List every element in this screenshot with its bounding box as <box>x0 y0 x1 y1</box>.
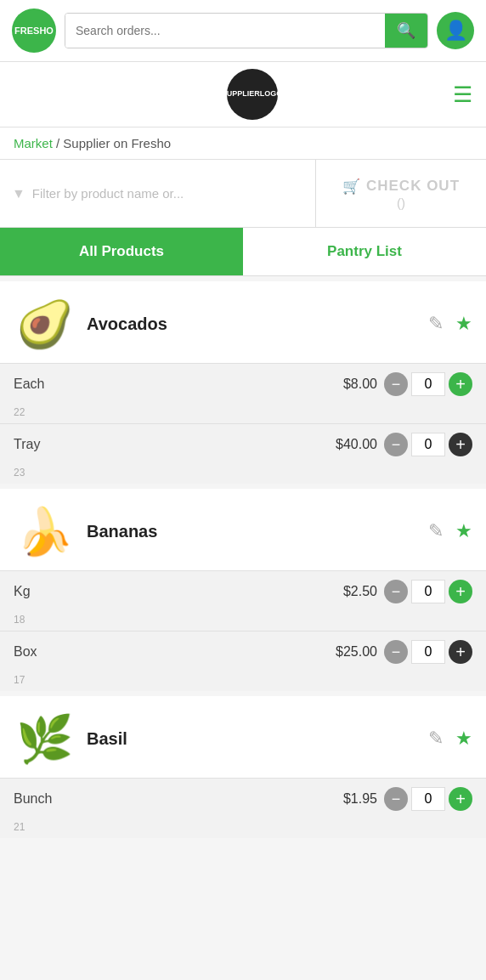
quantity-input-bananas-0[interactable] <box>411 580 445 603</box>
app-logo[interactable]: FRESHO <box>12 8 56 53</box>
decrement-button-bananas-1[interactable]: − <box>384 640 408 664</box>
breadcrumb-market-link[interactable]: Market <box>14 136 53 150</box>
product-actions-basil: ✎ ★ <box>428 728 472 750</box>
product-name-basil: Basil <box>87 729 416 749</box>
app-logo-text: FRESHO <box>14 25 54 36</box>
increment-button-avocados-1[interactable]: + <box>449 433 472 456</box>
product-bananas: 🍌 Bananas ✎ ★ Kg $2.50 − + 18 Box $25.00 <box>0 489 486 691</box>
increment-button-basil-0[interactable]: + <box>449 787 472 811</box>
star-icon-basil[interactable]: ★ <box>455 728 472 750</box>
checkout-button[interactable]: 🛒 CHECK OUT <box>342 178 460 195</box>
increment-button-bananas-0[interactable]: + <box>449 580 472 603</box>
variant-id-bananas-0: 18 <box>0 612 486 631</box>
quantity-input-bananas-1[interactable] <box>411 640 445 664</box>
product-avocados: 🥑 Avocados ✎ ★ Each $8.00 − + 22 Tray $4… <box>0 281 486 484</box>
cart-icon: 🛒 <box>342 178 361 195</box>
product-header-avocados: 🥑 Avocados ✎ ★ <box>0 281 486 363</box>
product-basil: 🌿 Basil ✎ ★ Bunch $1.95 − + 21 <box>0 696 486 838</box>
variant-label-basil-0: Bunch <box>14 791 65 807</box>
variant-price-bananas-1: $25.00 <box>336 644 377 660</box>
increment-button-bananas-1[interactable]: + <box>449 640 472 664</box>
hamburger-menu[interactable]: ☰ <box>453 83 472 105</box>
supplier-logo: SUPPLIER LOGO <box>227 69 278 120</box>
checkout-count: () <box>397 195 405 210</box>
tab-all-products[interactable]: All Products <box>0 228 243 275</box>
product-name-avocados: Avocados <box>87 314 416 334</box>
quantity-input-avocados-1[interactable] <box>411 433 445 456</box>
variant-id-avocados-0: 22 <box>0 405 486 423</box>
supplier-logo-line2: LOGO <box>260 89 283 99</box>
hamburger-icon: ☰ <box>453 82 472 107</box>
product-emoji-avocados: 🥑 <box>16 297 73 351</box>
quantity-input-avocados-0[interactable] <box>411 372 445 396</box>
search-icon: 🔍 <box>397 22 415 39</box>
product-emoji-bananas: 🍌 <box>16 505 73 558</box>
products-container: 🥑 Avocados ✎ ★ Each $8.00 − + 22 Tray $4… <box>0 281 486 838</box>
variant-row-avocados-each: Each $8.00 − + <box>0 363 486 405</box>
breadcrumb-current-page: Supplier on Fresho <box>63 136 171 150</box>
variant-id-bananas-1: 17 <box>0 672 486 691</box>
filter-section: ▼ Filter by product name or... <box>0 160 316 227</box>
breadcrumb-separator: / <box>53 136 64 150</box>
variant-label-avocados-1: Tray <box>14 437 65 452</box>
decrement-button-avocados-1[interactable]: − <box>384 433 408 456</box>
breadcrumb: Market / Supplier on Fresho <box>0 127 486 160</box>
product-image-bananas: 🍌 <box>14 501 75 562</box>
supplier-bar: SUPPLIER LOGO ☰ <box>0 62 486 127</box>
variant-label-bananas-0: Kg <box>14 584 65 599</box>
star-icon-bananas[interactable]: ★ <box>455 520 472 542</box>
checkout-section[interactable]: 🛒 CHECK OUT () <box>316 160 486 227</box>
decrement-button-bananas-0[interactable]: − <box>384 580 408 603</box>
product-image-basil: 🌿 <box>14 708 75 769</box>
tab-pantry-list-label: Pantry List <box>327 243 402 259</box>
increment-button-avocados-0[interactable]: + <box>449 372 472 396</box>
variant-label-avocados-0: Each <box>14 377 65 392</box>
star-icon-avocados[interactable]: ★ <box>455 313 472 335</box>
checkout-label: CHECK OUT <box>366 178 460 195</box>
product-header-basil: 🌿 Basil ✎ ★ <box>0 696 486 778</box>
tab-bar: All Products Pantry List <box>0 228 486 276</box>
filter-icon: ▼ <box>12 186 25 201</box>
edit-icon-basil[interactable]: ✎ <box>428 728 444 750</box>
quantity-input-basil-0[interactable] <box>411 787 445 811</box>
variant-row-avocados-tray: Tray $40.00 − + <box>0 423 486 465</box>
supplier-logo-line1: SUPPLIER <box>222 89 260 99</box>
tab-all-products-label: All Products <box>79 243 164 259</box>
search-input[interactable] <box>65 14 385 48</box>
variant-row-basil-bunch: Bunch $1.95 − + <box>0 778 486 819</box>
filter-placeholder: Filter by product name or... <box>32 186 184 201</box>
variant-price-avocados-0: $8.00 <box>343 377 377 392</box>
action-bar: ▼ Filter by product name or... 🛒 CHECK O… <box>0 160 486 228</box>
product-header-bananas: 🍌 Bananas ✎ ★ <box>0 489 486 570</box>
edit-icon-avocados[interactable]: ✎ <box>428 313 444 335</box>
variant-price-bananas-0: $2.50 <box>343 584 377 599</box>
variant-id-basil-0: 21 <box>0 819 486 838</box>
variant-price-basil-0: $1.95 <box>343 791 377 807</box>
decrement-button-avocados-0[interactable]: − <box>384 372 408 396</box>
user-avatar[interactable]: 👤 <box>437 12 474 49</box>
product-actions-avocados: ✎ ★ <box>428 313 472 335</box>
tab-pantry-list[interactable]: Pantry List <box>243 228 486 275</box>
product-name-bananas: Bananas <box>87 522 416 541</box>
variant-row-bananas-kg: Kg $2.50 − + <box>0 570 486 612</box>
variant-label-bananas-1: Box <box>14 644 65 660</box>
variant-id-avocados-1: 23 <box>0 465 486 484</box>
decrement-button-basil-0[interactable]: − <box>384 787 408 811</box>
edit-icon-bananas[interactable]: ✎ <box>428 520 444 542</box>
header: FRESHO 🔍 👤 <box>0 0 486 62</box>
user-icon: 👤 <box>444 20 467 42</box>
variant-row-bananas-box: Box $25.00 − + <box>0 631 486 672</box>
variant-price-avocados-1: $40.00 <box>336 437 377 452</box>
search-bar: 🔍 <box>65 13 428 48</box>
search-button[interactable]: 🔍 <box>385 14 427 48</box>
product-actions-bananas: ✎ ★ <box>428 520 472 542</box>
product-emoji-basil: 🌿 <box>16 712 73 766</box>
product-image-avocados: 🥑 <box>14 293 75 354</box>
